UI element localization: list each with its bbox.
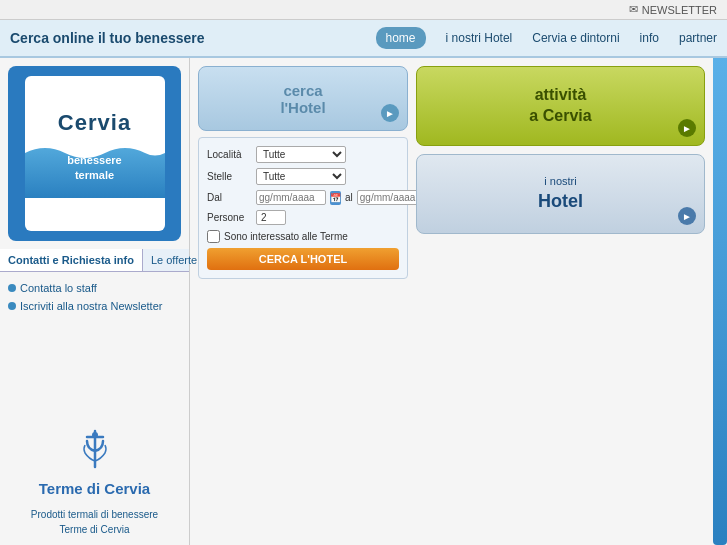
nav-link-hotels[interactable]: i nostri Hotel bbox=[446, 31, 513, 45]
sidebar-link-newsletter-label: Iscriviti alla nostra Newsletter bbox=[20, 300, 162, 312]
nav-bar: Cerca online il tuo benessere home i nos… bbox=[0, 20, 727, 58]
nostri-hotel-block[interactable]: i nostri Hotel ► bbox=[416, 154, 705, 234]
localita-select[interactable]: Tutte bbox=[256, 146, 346, 163]
dal-label: Dal bbox=[207, 192, 252, 203]
sidebar-link-staff-label: Contatta lo staff bbox=[20, 282, 97, 294]
persone-input[interactable] bbox=[256, 210, 286, 225]
terme-checkbox[interactable] bbox=[207, 230, 220, 243]
sidebar-link-staff[interactable]: Contatta lo staff bbox=[8, 282, 181, 294]
date-from-input[interactable] bbox=[256, 190, 326, 205]
sidebar-tabs: Contatti e Richiesta info Le offerte per… bbox=[0, 249, 189, 272]
terme-logo-icon bbox=[77, 429, 113, 476]
form-row-dal: Dal 📅 al 📅 bbox=[207, 190, 399, 205]
attivita-arrow: ► bbox=[678, 119, 696, 137]
sidebar-link-newsletter[interactable]: Iscriviti alla nostra Newsletter bbox=[8, 300, 181, 312]
sidebar-content: Contatta lo staff Iscriviti alla nostra … bbox=[0, 272, 189, 419]
persone-label: Persone bbox=[207, 212, 252, 223]
attivita-line1: attività bbox=[535, 86, 587, 103]
localita-label: Località bbox=[207, 149, 252, 160]
date-separator: al bbox=[345, 192, 353, 203]
tab-contatti[interactable]: Contatti e Richiesta info bbox=[0, 249, 143, 271]
terme-title[interactable]: Terme di Cervia bbox=[39, 480, 150, 497]
right-accent-bar bbox=[713, 58, 727, 545]
sidebar-bottom-line1[interactable]: Prodotti termali di benessere bbox=[8, 507, 181, 522]
nostri-large: Hotel bbox=[538, 189, 583, 214]
nostri-text: i nostri Hotel bbox=[538, 174, 583, 215]
cerca-hotel-submit[interactable]: CERCA L'HOTEL bbox=[207, 248, 399, 270]
right-main: cerca l'Hotel ► Località Tutte Stelle bbox=[190, 58, 713, 545]
cerca-hotel-button[interactable]: cerca l'Hotel ► bbox=[198, 66, 408, 131]
nav-brand: Cerca online il tuo benessere bbox=[10, 30, 376, 46]
attivita-line2: a Cervia bbox=[529, 107, 591, 124]
checkbox-row-terme: Sono interessato alle Terme bbox=[207, 230, 399, 243]
attivita-text: attività a Cervia bbox=[529, 85, 591, 127]
nostri-arrow: ► bbox=[678, 207, 696, 225]
logo-area: Cervia benesseretermale bbox=[8, 66, 181, 241]
logo-wave-area: benesseretermale bbox=[25, 138, 165, 198]
nav-link-home[interactable]: home bbox=[376, 27, 426, 49]
attivita-block[interactable]: attività a Cervia ► bbox=[416, 66, 705, 146]
right-content: cerca l'Hotel ► Località Tutte Stelle bbox=[190, 58, 713, 545]
nostri-small: i nostri bbox=[538, 174, 583, 189]
activity-blocks: attività a Cervia ► i nostri Hotel ► bbox=[416, 66, 705, 537]
form-row-localita: Località Tutte bbox=[207, 146, 399, 163]
stelle-label: Stelle bbox=[207, 171, 252, 182]
envelope-icon: ✉ bbox=[629, 3, 638, 16]
logo-box: Cervia benesseretermale bbox=[25, 76, 165, 231]
cerca-hotel-arrow: ► bbox=[381, 104, 399, 122]
top-bar: ✉ NEWSLETTER bbox=[0, 0, 727, 20]
search-form: Località Tutte Stelle Tutte Dal bbox=[198, 137, 408, 279]
terme-checkbox-label: Sono interessato alle Terme bbox=[224, 231, 348, 242]
nav-links: home i nostri Hotel Cervia e dintorni in… bbox=[376, 27, 718, 49]
nav-link-info[interactable]: info bbox=[640, 31, 659, 45]
left-sidebar: Cervia benesseretermale Contatti e Richi… bbox=[0, 58, 190, 545]
bullet-icon-newsletter bbox=[8, 302, 16, 310]
stelle-select[interactable]: Tutte bbox=[256, 168, 346, 185]
calendar-from-icon[interactable]: 📅 bbox=[330, 191, 341, 205]
cerca-hotel-label: cerca l'Hotel bbox=[280, 82, 325, 116]
main-area: Cervia benesseretermale Contatti e Richi… bbox=[0, 58, 727, 545]
sidebar-bottom-line2[interactable]: Terme di Cervia bbox=[8, 522, 181, 537]
sidebar-bottom: Prodotti termali di benessere Terme di C… bbox=[0, 507, 189, 545]
logo-benessere-text: benesseretermale bbox=[67, 153, 121, 182]
search-hotel-block: cerca l'Hotel ► Località Tutte Stelle bbox=[198, 66, 408, 537]
logo-cervia-text: Cervia bbox=[58, 110, 131, 136]
nav-link-cervia[interactable]: Cervia e dintorni bbox=[532, 31, 619, 45]
terme-logo-area: Terme di Cervia bbox=[0, 419, 189, 507]
form-row-stelle: Stelle Tutte bbox=[207, 168, 399, 185]
form-row-persone: Persone bbox=[207, 210, 399, 225]
nav-link-partner[interactable]: partner bbox=[679, 31, 717, 45]
newsletter-link[interactable]: ✉ NEWSLETTER bbox=[629, 3, 717, 16]
bullet-icon-staff bbox=[8, 284, 16, 292]
newsletter-label: NEWSLETTER bbox=[642, 4, 717, 16]
svg-point-0 bbox=[92, 432, 98, 438]
